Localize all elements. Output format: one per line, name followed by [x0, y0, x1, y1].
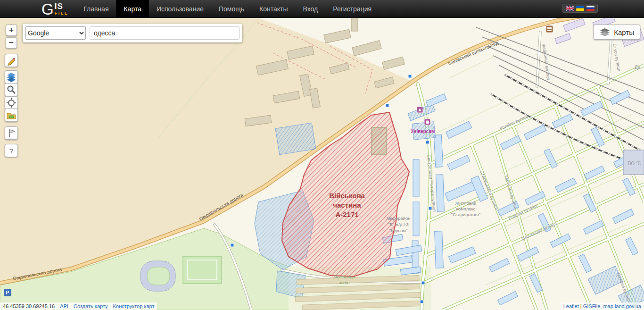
flag-icon	[6, 127, 17, 139]
monument-icon[interactable]	[417, 107, 423, 113]
leaflet-link[interactable]: Leaflet	[563, 303, 579, 309]
measure-tool-button[interactable]	[5, 54, 18, 67]
top-nav-bar: G IS FILE Главная Карта Использование По…	[0, 0, 644, 18]
locate-tool-button[interactable]	[5, 96, 18, 109]
vertex-marker[interactable]	[408, 75, 412, 78]
street-label-stusa: Стуса вулиця	[612, 43, 622, 71]
layers-button-label: Карты	[614, 28, 634, 36]
russia-flag-icon[interactable]	[586, 6, 594, 11]
nav-usage[interactable]: Использование	[149, 0, 211, 18]
crosshair-icon	[6, 97, 17, 109]
gisfile-logo[interactable]: G IS FILE	[41, 0, 68, 18]
search-icon	[6, 84, 17, 95]
nav-login[interactable]: Вход	[296, 0, 326, 18]
military-label-3: А-2171	[335, 210, 358, 218]
nav-home[interactable]: Главная	[76, 0, 116, 18]
parking-icon[interactable]: P	[4, 289, 11, 296]
map-viewport[interactable]: Іванівський шляхопровід Овідіопольська д…	[0, 18, 644, 310]
create-map-link[interactable]: Создать карту	[74, 303, 108, 309]
map-attribution: Leaflet | GISFile, map.land.gov.ua	[561, 302, 644, 310]
layers-icon	[600, 28, 610, 36]
complex-label-2: комплекс	[456, 206, 475, 211]
pensioner-label-2: авто	[339, 280, 349, 285]
status-bar: 46.45359 30.69245 16 API Создать карту К…	[0, 302, 157, 310]
market-icon[interactable]	[546, 25, 553, 33]
nav-help[interactable]: Помощь	[211, 0, 252, 18]
main-nav: Главная Карта Использование Помощь Конта…	[76, 0, 379, 18]
vertex-marker[interactable]	[421, 281, 425, 285]
district-label-mikroraion-2: "В" ж/р І-3	[388, 222, 409, 227]
search-provider-select[interactable]: Google	[25, 26, 86, 40]
api-link[interactable]: API	[60, 303, 68, 309]
road-label-ivanivskyi: Іванівський шляхопровід	[447, 40, 499, 66]
import-map-icon	[6, 109, 17, 121]
vertex-marker[interactable]	[231, 243, 234, 247]
edge-label-vo: ВО "С	[628, 161, 641, 166]
construction-site	[275, 123, 316, 155]
logo-g: G	[41, 1, 54, 17]
uk-flag-icon[interactable]	[566, 6, 574, 11]
coordinates-readout: 46.45359 30.69245 16	[3, 303, 55, 309]
vertex-marker[interactable]	[426, 141, 429, 144]
map-constructor-link[interactable]: Конструктор карт	[113, 303, 155, 309]
vertex-marker[interactable]	[386, 104, 389, 107]
zoom-in-button[interactable]: +	[6, 25, 17, 36]
measure-icon	[6, 55, 17, 66]
flag-tool-button[interactable]	[5, 126, 18, 140]
zoom-out-button[interactable]: −	[6, 37, 17, 49]
ukraine-flag-icon[interactable]	[576, 6, 584, 11]
complex-label-1: Житловий	[455, 201, 477, 206]
shop-icon[interactable]	[424, 119, 430, 125]
layers-tool-button[interactable]	[5, 70, 18, 84]
nav-register[interactable]: Регистрация	[325, 0, 379, 18]
district-label-mikroraion-3: "Курсакі"	[389, 228, 408, 233]
military-label-1: Військова	[329, 192, 365, 200]
street-label-platonova: Платонова вулиця	[520, 221, 557, 242]
nav-contacts[interactable]: Контакты	[252, 0, 295, 18]
search-input[interactable]	[90, 26, 239, 40]
district-label-mikroraion-1: Мікрорайон	[386, 216, 410, 221]
svg-text:P: P	[6, 290, 9, 295]
military-label-2: частина	[333, 201, 361, 209]
pensioner-label-1: Пенсіонер	[333, 274, 355, 279]
vertex-marker[interactable]	[429, 207, 432, 210]
attribution-separator: |	[579, 303, 583, 309]
map-canvas[interactable]: Іванівський шляхопровід Овідіопольська д…	[0, 18, 644, 310]
edge-label-da: Да	[635, 65, 641, 70]
nav-map[interactable]: Карта	[116, 0, 149, 18]
language-switcher	[562, 4, 598, 13]
vertex-marker[interactable]	[420, 300, 423, 303]
search-bar: Google	[23, 24, 242, 42]
layers-icon	[6, 71, 17, 83]
search-tool-button[interactable]	[5, 83, 18, 96]
gisfile-attribution-link[interactable]: GISFile, map.land.gov.ua	[583, 303, 641, 309]
help-tool-button[interactable]: ?	[5, 144, 18, 157]
logo-is: IS	[55, 2, 69, 10]
complex-label-3: "Старицького"	[451, 212, 480, 217]
import-map-tool-button[interactable]	[5, 109, 18, 122]
universam-label: Універсам	[411, 129, 435, 134]
logo-file: FILE	[55, 11, 69, 16]
layers-switcher-button[interactable]: Карты	[594, 25, 640, 40]
